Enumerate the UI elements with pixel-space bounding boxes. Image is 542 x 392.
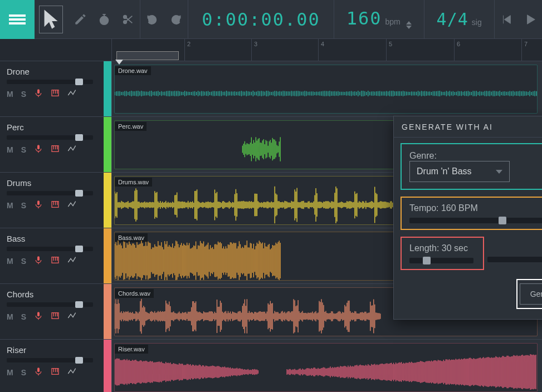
pencil-tool[interactable] [69, 0, 92, 39]
mic-icon [34, 144, 43, 153]
automation-icon [67, 89, 76, 97]
tempo-field: Tempo: 160 BPM [401, 197, 542, 230]
volume-slider[interactable] [7, 80, 93, 84]
sig-label: sig [472, 18, 482, 27]
track-header[interactable]: Perc M S [0, 117, 111, 173]
length-slider-ext[interactable] [487, 257, 542, 262]
record-arm-button[interactable] [34, 144, 43, 155]
generate-button[interactable]: Generate [520, 283, 542, 305]
track-header[interactable]: Bass M S [0, 228, 111, 284]
volume-slider[interactable] [7, 358, 93, 362]
track-color-strip [104, 284, 111, 339]
mute-button[interactable]: M [7, 145, 13, 154]
mute-button[interactable]: M [7, 257, 13, 266]
svg-point-1 [123, 15, 126, 18]
track-name: Perc [7, 122, 105, 132]
piano-icon [51, 89, 60, 97]
track-header[interactable]: Chords M S [0, 284, 111, 340]
automation-button[interactable] [67, 367, 76, 378]
length-slider[interactable] [409, 258, 473, 263]
play-button[interactable] [518, 0, 542, 39]
track-name: Bass [7, 234, 105, 243]
signature-display[interactable]: 4/4 sig [424, 11, 494, 28]
bpm-display[interactable]: 160 bpm [334, 9, 424, 29]
timeline-ruler[interactable]: 234567 [112, 39, 542, 61]
record-arm-button[interactable] [34, 311, 43, 322]
mute-button[interactable]: M [7, 201, 13, 210]
piano-button[interactable] [51, 311, 60, 322]
mic-icon [34, 89, 43, 97]
track-headers: Drone M S Perc M S Drums M S [0, 39, 112, 392]
solo-button[interactable]: S [21, 145, 26, 154]
ruler-tick: 7 [521, 39, 530, 61]
undo-icon [146, 13, 158, 26]
pointer-tool[interactable] [39, 6, 63, 33]
playhead-marker[interactable] [116, 51, 179, 60]
svg-rect-7 [37, 200, 40, 205]
tempo-slider[interactable] [409, 218, 542, 223]
time-display[interactable]: 0:00:00.00 [188, 11, 334, 28]
record-arm-button[interactable] [34, 89, 43, 100]
ruler-tick: 6 [454, 39, 462, 61]
piano-button[interactable] [51, 200, 60, 211]
mute-button[interactable]: M [7, 312, 13, 321]
mic-icon [34, 367, 43, 376]
bpm-spinner[interactable] [406, 21, 412, 29]
ai-panel-header[interactable]: GENERATE WITH AI ✕ [394, 116, 542, 138]
cursor-icon [40, 8, 62, 31]
automation-button[interactable] [67, 144, 76, 155]
piano-button[interactable] [51, 367, 60, 378]
record-arm-button[interactable] [34, 367, 43, 378]
piano-icon [51, 256, 60, 264]
track-header[interactable]: Drone M S [0, 61, 111, 117]
solo-button[interactable]: S [21, 312, 26, 321]
piano-icon [51, 311, 60, 320]
mute-button[interactable]: M [7, 368, 13, 377]
solo-button[interactable]: S [21, 368, 26, 377]
cut-tool[interactable] [116, 0, 140, 39]
menu-button[interactable] [0, 0, 35, 39]
arrangement-area[interactable]: 234567 Drone.wavPerc.wavDrums.wavBass.wa… [112, 39, 542, 392]
solo-button[interactable]: S [21, 90, 26, 99]
generate-button-frame: Generate [516, 279, 542, 309]
record-arm-button[interactable] [34, 200, 43, 211]
automation-button[interactable] [67, 311, 76, 322]
track-name: Riser [7, 345, 105, 355]
piano-button[interactable] [51, 256, 60, 267]
volume-slider[interactable] [7, 191, 93, 195]
automation-icon [67, 200, 76, 209]
undo-button[interactable] [140, 0, 164, 39]
automation-button[interactable] [67, 256, 76, 267]
piano-button[interactable] [51, 144, 60, 155]
track-header[interactable]: Riser M S [0, 340, 111, 392]
mute-button[interactable]: M [7, 90, 13, 99]
ruler-tick: 5 [386, 39, 394, 61]
length-label: Length: 30 sec [409, 243, 475, 253]
volume-slider[interactable] [7, 302, 93, 307]
volume-slider[interactable] [7, 247, 93, 251]
volume-slider[interactable] [7, 135, 93, 140]
track-lane[interactable]: Drone.wav [112, 61, 542, 117]
audio-clip[interactable]: Riser.wav [114, 343, 538, 392]
ruler-tick: 3 [251, 39, 260, 61]
piano-button[interactable] [51, 89, 60, 100]
genre-select[interactable]: Drum 'n' Bass [409, 161, 510, 182]
redo-button[interactable] [164, 0, 188, 39]
tempo-label: Tempo: 160 BPM [409, 203, 542, 213]
track-name: Chords [7, 290, 105, 299]
svg-point-2 [123, 20, 126, 23]
bpm-value: 160 [346, 9, 382, 27]
track-lane[interactable]: Riser.wav [112, 340, 542, 392]
audio-clip[interactable]: Drone.wav [114, 65, 538, 114]
automation-icon [67, 256, 76, 264]
stopwatch-tool[interactable] [92, 0, 116, 39]
automation-button[interactable] [67, 89, 76, 100]
automation-button[interactable] [67, 200, 76, 211]
stopwatch-icon [98, 13, 110, 26]
track-header[interactable]: Drums M S [0, 173, 111, 228]
solo-button[interactable]: S [21, 201, 26, 210]
record-arm-button[interactable] [34, 256, 43, 267]
bpm-label: bpm [385, 17, 400, 26]
rewind-button[interactable] [495, 0, 519, 39]
solo-button[interactable]: S [21, 257, 26, 266]
